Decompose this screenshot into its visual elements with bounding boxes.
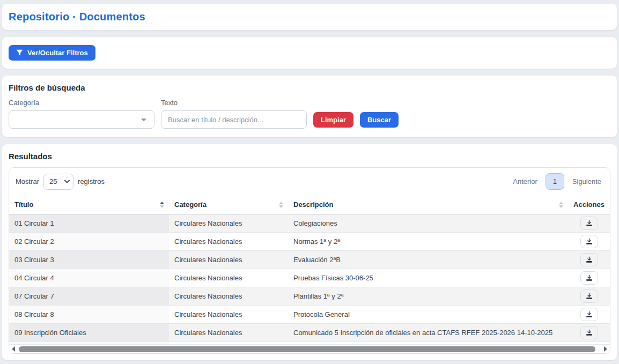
- page-length-select[interactable]: 25: [43, 174, 73, 190]
- chevron-down-icon: [141, 118, 146, 121]
- download-button[interactable]: [580, 308, 598, 321]
- cell-categoria: Circulares Nacionales: [169, 324, 288, 342]
- scrollbar-thumb[interactable]: [19, 346, 595, 352]
- page: Repositorio · Documentos Ver/Ocultar Fil…: [0, 0, 619, 364]
- funnel-icon: [16, 49, 23, 56]
- cell-titulo: 07 Circular 7: [9, 287, 169, 306]
- download-icon: [586, 293, 593, 300]
- download-button[interactable]: [580, 235, 598, 248]
- download-icon: [586, 256, 593, 263]
- text-field: Texto: [161, 99, 307, 129]
- pagination: Anterior 1 Siguiente: [513, 173, 603, 190]
- table-row: 04 Circular 4 Circulares Nacionales Prue…: [9, 269, 610, 287]
- cell-acciones: [568, 269, 610, 287]
- search-input[interactable]: [161, 110, 307, 129]
- table-wrap: Título Categoría Descripción: [9, 195, 610, 344]
- pagination-next[interactable]: Siguiente: [572, 177, 601, 185]
- column-header-descripcion[interactable]: Descripción: [288, 195, 568, 214]
- cell-titulo: 09 Inscripción Oficiales: [9, 324, 169, 342]
- download-icon: [586, 220, 593, 227]
- toggle-filters-label: Ver/Ocultar Filtros: [27, 49, 88, 56]
- category-label: Categoría: [9, 99, 154, 107]
- table-header-row: Título Categoría Descripción: [9, 195, 610, 214]
- page-title: Repositorio · Documentos: [9, 11, 610, 23]
- pagination-previous[interactable]: Anterior: [513, 177, 537, 185]
- header-card: Repositorio · Documentos: [2, 4, 617, 30]
- results-card: Resultados Mostrar 25 registros: [2, 144, 617, 360]
- table-row: 02 Circular 2 Circulares Nacionales Norm…: [9, 233, 610, 251]
- cell-descripcion: Evaluación 2ªB: [288, 251, 568, 269]
- sort-ascending-icon: [160, 202, 164, 208]
- table-row: 01 Circular 1 Circulares Nacionales Cole…: [9, 214, 610, 233]
- cell-acciones: [568, 306, 610, 324]
- scroll-right-icon[interactable]: [604, 346, 607, 352]
- filters-card: Filtros de búsqueda Categoría Texto Limp…: [2, 76, 617, 137]
- category-select[interactable]: [9, 110, 154, 129]
- cell-acciones: [568, 324, 610, 342]
- cell-categoria: Circulares Nacionales: [169, 233, 288, 251]
- category-field: Categoría: [9, 99, 154, 129]
- table-controls: Mostrar 25 registros Anterior 1 Siguien: [9, 168, 610, 195]
- cell-descripcion: Protocola General: [288, 306, 568, 324]
- download-icon: [586, 311, 593, 318]
- sort-icon: [279, 202, 283, 208]
- column-header-categoria[interactable]: Categoría: [169, 195, 288, 214]
- download-icon: [586, 329, 593, 336]
- table-row: 07 Circular 7 Circulares Nacionales Plan…: [9, 287, 610, 306]
- cell-categoria: Circulares Nacionales: [169, 306, 288, 324]
- download-button[interactable]: [580, 289, 598, 303]
- cell-titulo: 04 Circular 4: [9, 269, 169, 287]
- cell-titulo: 02 Circular 2: [9, 233, 169, 251]
- sort-icon: [559, 202, 563, 208]
- results-box: Mostrar 25 registros Anterior 1 Siguien: [9, 167, 610, 354]
- cell-categoria: Circulares Nacionales: [169, 214, 288, 233]
- cell-acciones: [568, 287, 610, 306]
- table-row: 08 Circular 8 Circulares Nacionales Prot…: [9, 306, 610, 324]
- filters-heading: Filtros de búsqueda: [9, 83, 610, 92]
- download-button[interactable]: [580, 217, 598, 230]
- cell-descripcion: Normas 1ª y 2ª: [288, 233, 568, 251]
- download-icon: [586, 238, 593, 245]
- cell-descripcion: Pruebas Físicas 30-06-25: [288, 269, 568, 287]
- length-prefix: Mostrar: [16, 177, 39, 185]
- download-button[interactable]: [580, 271, 598, 285]
- cell-acciones: [568, 233, 610, 251]
- cell-acciones: [568, 214, 610, 233]
- clear-button[interactable]: Limpiar: [313, 112, 353, 128]
- cell-categoria: Circulares Nacionales: [169, 287, 288, 306]
- page-length-group: Mostrar 25 registros: [16, 174, 105, 190]
- text-label: Texto: [161, 99, 307, 107]
- cell-descripcion: Colegiaciones: [288, 214, 568, 233]
- cell-titulo: 03 Circular 3: [9, 251, 169, 269]
- results-heading: Resultados: [9, 152, 610, 161]
- download-button[interactable]: [580, 326, 598, 339]
- filters-row: Categoría Texto Limpiar Buscar: [9, 99, 610, 129]
- cell-titulo: 08 Circular 8: [9, 306, 169, 324]
- table-row: 09 Inscripción Oficiales Circulares Naci…: [9, 324, 610, 342]
- cell-descripcion: Plantillas 1ª y 2ª: [288, 287, 568, 306]
- results-table-body: 01 Circular 1 Circulares Nacionales Cole…: [9, 214, 610, 345]
- results-table: Título Categoría Descripción: [9, 195, 610, 344]
- column-header-acciones: Acciones: [568, 195, 610, 214]
- length-suffix: registros: [78, 177, 105, 185]
- table-row: 03 Circular 3 Circulares Nacionales Eval…: [9, 251, 610, 269]
- cell-acciones: [568, 251, 610, 269]
- horizontal-scrollbar[interactable]: [9, 344, 610, 353]
- cell-descripcion: Comunicado 5 Inscripción de oficiales en…: [288, 324, 568, 342]
- download-icon: [586, 274, 593, 281]
- toggle-filters-button[interactable]: Ver/Ocultar Filtros: [9, 45, 95, 61]
- cell-categoria: Circulares Nacionales: [169, 251, 288, 269]
- cell-titulo: 01 Circular 1: [9, 214, 169, 233]
- pagination-page-1[interactable]: 1: [546, 173, 564, 190]
- column-header-titulo[interactable]: Título: [9, 195, 169, 214]
- download-button[interactable]: [580, 253, 598, 266]
- filter-toggle-card: Ver/Ocultar Filtros: [2, 37, 617, 69]
- search-button[interactable]: Buscar: [360, 112, 399, 128]
- cell-categoria: Circulares Nacionales: [169, 269, 288, 287]
- scroll-left-icon[interactable]: [12, 346, 15, 352]
